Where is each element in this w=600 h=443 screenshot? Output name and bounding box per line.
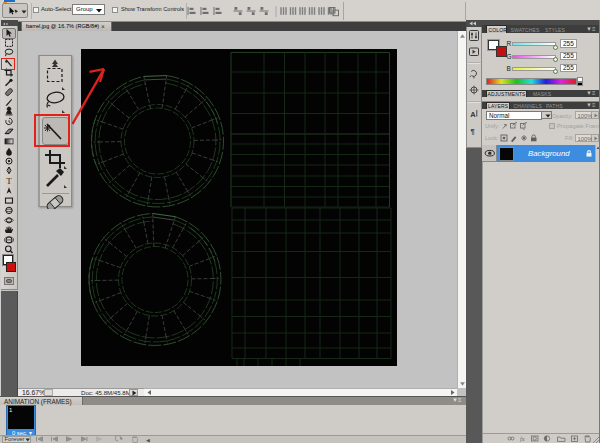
svg-text:A: A: [470, 110, 476, 119]
svg-text:¶: ¶: [471, 127, 475, 136]
svg-text:fx: fx: [520, 435, 525, 442]
svg-text:T: T: [6, 176, 12, 186]
